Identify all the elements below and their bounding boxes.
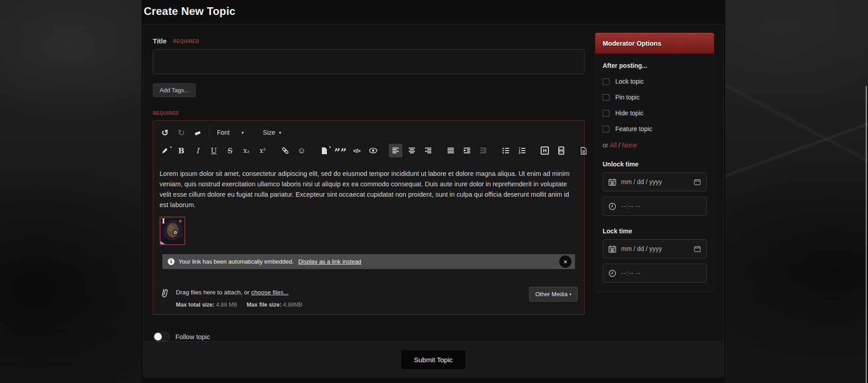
- code-icon: </>: [353, 147, 360, 154]
- other-media-button[interactable]: Other Media ▾: [529, 287, 578, 302]
- embedded-image-thumbnail[interactable]: I: [160, 217, 185, 245]
- size-dropdown[interactable]: Size ▾: [259, 129, 286, 136]
- source-page-button[interactable]: [577, 144, 590, 157]
- lock-time-label: Lock time: [603, 227, 707, 235]
- feature-topic-label: Feature topic: [615, 125, 652, 132]
- heading-large-icon: H: [541, 147, 549, 155]
- indent-left-icon: [480, 147, 487, 154]
- display-as-link-instead-link[interactable]: Display as a link instead: [298, 258, 361, 265]
- underline-button[interactable]: U: [207, 144, 221, 157]
- lock-date-input[interactable]: mm / dd / yyyy: [603, 239, 707, 258]
- blockquote-button[interactable]: ””: [334, 144, 347, 157]
- lock-time-placeholder: --:-- --: [621, 270, 641, 277]
- align-left-button[interactable]: [389, 144, 402, 157]
- heading-small-button[interactable]: H: [554, 144, 568, 157]
- moderator-options-header: Moderator Options: [595, 33, 714, 54]
- align-left-icon: [392, 147, 399, 154]
- rich-text-editor: ↺ ↻: [153, 120, 585, 315]
- toolbar-row-2: ▾ B I U S: [157, 142, 580, 160]
- page-scrollbar[interactable]: [866, 86, 867, 383]
- justify-icon: [447, 147, 454, 154]
- attachment-drop-zone[interactable]: Drag files here to attach, or choose fil…: [153, 280, 584, 314]
- underline-icon: U: [211, 147, 217, 155]
- editor-content-area[interactable]: Lorem ipsum dolor sit amet, consectetur …: [153, 161, 584, 274]
- info-icon: i: [168, 258, 175, 265]
- unlock-date-input[interactable]: mm / dd / yyyy: [603, 172, 707, 191]
- submit-topic-button[interactable]: Submit Topic: [401, 350, 466, 369]
- pin-topic-checkbox[interactable]: [603, 94, 609, 101]
- preview-button[interactable]: [366, 144, 380, 157]
- strikethrough-button[interactable]: S: [223, 144, 237, 157]
- pencil-icon: [161, 147, 169, 154]
- subscript-button[interactable]: x₂: [240, 144, 253, 157]
- main-content-column: Create New Topic Title REQUIRED Add Tags…: [142, 0, 725, 383]
- align-right-button[interactable]: [421, 144, 435, 157]
- highlight-color-button[interactable]: ▾: [158, 144, 172, 157]
- embed-notice-text: Your link has been automatically embedde…: [179, 258, 294, 265]
- undo-button[interactable]: ↺: [158, 126, 172, 139]
- checkbox-row-pin-topic[interactable]: Pin topic: [603, 94, 707, 101]
- checkbox-row-lock-topic[interactable]: Lock topic: [603, 78, 707, 85]
- or-label: or: [603, 142, 608, 149]
- follow-topic-toggle[interactable]: [153, 332, 170, 341]
- italic-icon: I: [196, 147, 199, 155]
- outdent-button[interactable]: [476, 144, 490, 157]
- numbered-list-icon: [519, 147, 526, 154]
- indent-right-icon: [463, 147, 471, 154]
- lock-date-placeholder: mm / dd / yyyy: [621, 245, 662, 252]
- superscript-button[interactable]: x²: [256, 144, 269, 157]
- select-all-link[interactable]: All: [610, 142, 617, 149]
- topic-title-input[interactable]: [153, 49, 585, 74]
- hide-topic-checkbox[interactable]: [603, 110, 609, 117]
- code-button[interactable]: </>: [350, 144, 363, 157]
- dismiss-notice-button[interactable]: ×: [559, 255, 571, 268]
- justify-button[interactable]: [444, 144, 458, 157]
- numbered-list-button[interactable]: [515, 144, 529, 157]
- link-icon: [281, 147, 289, 155]
- add-tags-button[interactable]: Add Tags...: [153, 83, 196, 97]
- moderator-options-panel: Moderator Options After posting... Lock …: [595, 33, 714, 292]
- checkbox-row-hide-topic[interactable]: Hide topic: [603, 109, 707, 117]
- calendar-icon: [609, 178, 616, 186]
- moderator-options-sidebar: Moderator Options After posting... Lock …: [595, 33, 714, 341]
- redo-button[interactable]: ↻: [175, 126, 188, 139]
- checkbox-row-feature-topic[interactable]: Feature topic: [603, 125, 707, 132]
- bullet-list-button[interactable]: [499, 144, 513, 157]
- toolbar-row-1: ↺ ↻: [157, 123, 580, 142]
- paste-options-button[interactable]: ▾: [317, 144, 331, 157]
- align-center-button[interactable]: [405, 144, 419, 157]
- select-none-link[interactable]: None: [622, 142, 637, 149]
- remove-format-button[interactable]: [191, 126, 204, 139]
- chevron-down-icon: ▾: [279, 130, 282, 136]
- other-media-label: Other Media: [535, 291, 568, 298]
- text-cursor-icon: I: [162, 218, 165, 225]
- font-dropdown[interactable]: Font ▾: [212, 129, 249, 136]
- lock-topic-label: Lock topic: [615, 78, 644, 85]
- max-total-size-label: Max total size:: [176, 302, 214, 308]
- italic-button[interactable]: I: [191, 144, 204, 157]
- max-total-size-value: 4.88 MB: [216, 302, 237, 308]
- drag-files-text: Drag files here to attach, or: [176, 289, 250, 296]
- heading-large-button[interactable]: H: [538, 144, 552, 157]
- bold-icon: B: [178, 147, 184, 155]
- insert-emoji-button[interactable]: ☺: [295, 144, 308, 157]
- unlock-time-input[interactable]: --:-- --: [603, 197, 707, 216]
- date-picker-icon[interactable]: [694, 246, 701, 252]
- insert-link-button[interactable]: [278, 144, 292, 157]
- max-size-info: Max total size: 4.88 MB Max file size: 4…: [176, 302, 302, 308]
- form-fields-area: Title REQUIRED Add Tags... REQUIRED ↺: [153, 33, 585, 341]
- choose-files-link[interactable]: choose files...: [251, 289, 289, 296]
- lock-topic-checkbox[interactable]: [603, 78, 609, 85]
- clock-icon: [609, 203, 616, 210]
- calendar-icon: [609, 245, 616, 253]
- max-file-size-value: 4.88MB: [283, 302, 302, 308]
- follow-topic-row: Follow topic: [153, 332, 585, 341]
- date-picker-icon[interactable]: [694, 179, 701, 185]
- bold-button[interactable]: B: [175, 144, 188, 157]
- chevron-down-icon: ▾: [329, 145, 331, 149]
- indent-button[interactable]: [460, 144, 474, 157]
- lock-time-input[interactable]: --:-- --: [603, 264, 707, 283]
- smiley-icon: ☺: [297, 146, 306, 156]
- feature-topic-checkbox[interactable]: [603, 126, 609, 132]
- undo-icon: ↺: [161, 128, 169, 138]
